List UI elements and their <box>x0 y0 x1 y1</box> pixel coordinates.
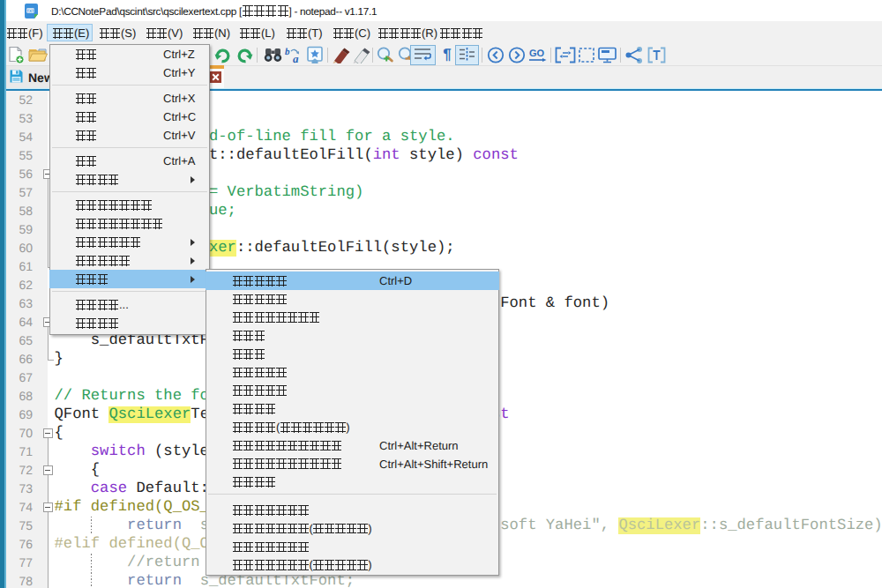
svg-text:TXT: TXT <box>26 9 34 13</box>
svg-text:GO: GO <box>529 48 545 59</box>
svg-text:b: b <box>285 47 290 57</box>
